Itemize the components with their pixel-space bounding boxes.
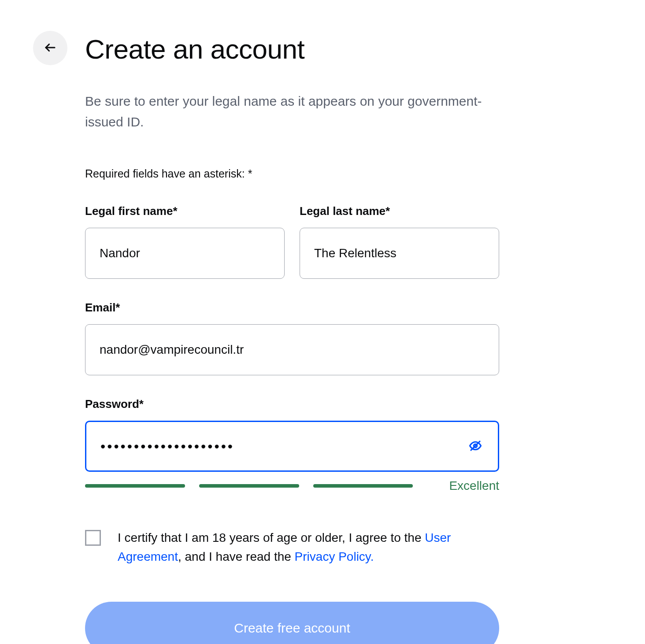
page-subtitle: Be sure to enter your legal name as it a… <box>85 91 499 132</box>
certify-checkbox[interactable] <box>85 530 101 546</box>
email-input[interactable] <box>85 324 499 375</box>
password-input[interactable] <box>85 421 499 472</box>
back-button[interactable] <box>33 31 67 65</box>
password-label: Password* <box>85 397 499 411</box>
strength-label: Excellent <box>427 479 499 493</box>
privacy-policy-link[interactable]: Privacy Policy. <box>295 550 374 563</box>
first-name-input[interactable] <box>85 228 285 279</box>
first-name-label: Legal first name* <box>85 204 285 218</box>
email-label: Email* <box>85 301 499 315</box>
last-name-label: Legal last name* <box>300 204 499 218</box>
arrow-left-icon <box>44 41 57 56</box>
create-account-button[interactable]: Create free account <box>85 602 499 644</box>
password-strength-meter: Excellent <box>85 479 499 493</box>
strength-bar-3 <box>313 484 413 488</box>
certify-text: I certify that I am 18 years of age or o… <box>118 528 499 566</box>
strength-bar-1 <box>85 484 185 488</box>
certify-text-part-2: , and I have read the <box>178 550 295 563</box>
eye-off-icon <box>469 439 482 454</box>
last-name-input[interactable] <box>300 228 499 279</box>
required-fields-note: Required fields have an asterisk: * <box>85 167 499 180</box>
toggle-password-visibility-button[interactable] <box>467 438 483 454</box>
strength-bar-2 <box>199 484 299 488</box>
certify-text-part-1: I certify that I am 18 years of age or o… <box>118 531 425 544</box>
page-title: Create an account <box>85 33 499 65</box>
